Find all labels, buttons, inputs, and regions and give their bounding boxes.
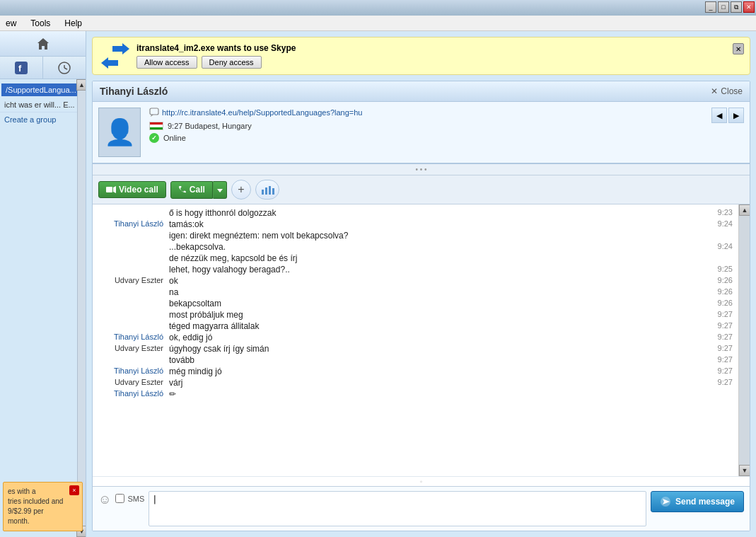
home-button[interactable] — [0, 31, 86, 57]
hungary-flag-icon — [149, 122, 163, 130]
send-message-button[interactable]: Send message — [651, 491, 744, 512]
svg-rect-11 — [262, 190, 264, 195]
message-content: várj — [169, 378, 704, 388]
checkmark-icon: ✓ — [151, 134, 157, 142]
create-group-label: Create a group — [4, 115, 56, 124]
chat-messages[interactable]: ő is hogy itthonról dolgozzak9:23Tihanyi… — [93, 204, 738, 476]
chat-contact-name: Tihanyi László — [100, 86, 168, 97]
sidebar-scrollbar[interactable]: ▲ ▼ — [77, 79, 86, 537]
messages-scroll-track — [739, 216, 750, 465]
messages-scroll-up[interactable]: ▲ — [739, 204, 750, 216]
permission-text: itranslate4_im2.exe wants to use Skype — [136, 43, 296, 53]
message-row: lehet, hogy valahogy beragad?..9:25 — [93, 264, 738, 275]
nav-next-button[interactable]: ▶ — [728, 108, 744, 123]
svg-text:f: f — [18, 63, 22, 74]
emoji-button[interactable]: ☺ — [98, 491, 111, 507]
main-area: itranslate4_im2.exe wants to use Skype A… — [86, 31, 756, 537]
message-row: de nézzük meg, kapcsold be és írj — [93, 253, 738, 264]
message-content: még mindig jó — [169, 366, 704, 376]
contact-link[interactable]: http://rc.itranslate4.eu/help/SupportedL… — [149, 108, 703, 117]
sidebar-contact-label: icht was er will... E... — [4, 100, 75, 109]
sidebar-scroll-area: /SupportedLangua... icht was er will... … — [0, 79, 86, 537]
message-row: ...bekapcsolva.9:24 — [93, 241, 738, 253]
video-call-button[interactable]: Video call — [98, 181, 166, 198]
banner-close-button[interactable]: ✕ — [733, 43, 744, 54]
sms-checkbox[interactable] — [115, 494, 124, 503]
messages-scrollbar[interactable]: ▲ ▼ — [738, 204, 750, 476]
message-time: 9:27 — [704, 310, 733, 318]
divider-dots: • • • — [93, 164, 750, 175]
message-row: na9:26 — [93, 287, 738, 298]
message-row: Tihanyi László✏ — [93, 388, 738, 400]
notification-text: es with a tries included and 9/$2.99 per… — [8, 487, 78, 526]
message-time: 9:26 — [704, 287, 733, 296]
sidebar-content: /SupportedLangua... icht was er will... … — [0, 79, 86, 129]
bar-chart-icon — [260, 184, 274, 195]
permission-buttons: Allow access Deny access — [136, 56, 296, 69]
svg-rect-14 — [272, 188, 274, 195]
sidebar-scroll-up[interactable]: ▲ — [76, 79, 86, 91]
menu-ew[interactable]: ew — [3, 17, 19, 30]
message-content: téged magyarra állitalak — [169, 321, 704, 331]
minimize-button[interactable]: _ — [705, 1, 716, 13]
title-bar-controls[interactable]: _ □ ⧉ ✕ — [705, 1, 755, 13]
svg-marker-6 — [101, 57, 118, 69]
sidebar-contact-item[interactable]: icht was er will... E... — [0, 98, 86, 112]
add-button[interactable]: + — [231, 180, 251, 200]
message-time: 9:26 — [704, 276, 733, 284]
restore-button[interactable]: ⧉ — [731, 1, 742, 13]
sidebar-tab-history[interactable] — [43, 57, 86, 79]
message-time: 9:25 — [704, 265, 733, 273]
nav-prev-button[interactable]: ◀ — [711, 108, 727, 123]
message-time: 9:23 — [704, 208, 733, 216]
message-time: 9:27 — [704, 344, 733, 352]
sms-toggle[interactable]: SMS — [115, 491, 144, 503]
close-button[interactable]: ✕ — [743, 1, 755, 13]
message-row: most próbáljuk meg9:27 — [93, 309, 738, 321]
dropdown-arrow-icon — [217, 187, 223, 193]
action-buttons: Video call Call + — [93, 175, 750, 204]
message-row: bekapcsoltam9:26 — [93, 298, 738, 309]
message-sender: Tihanyi László — [98, 366, 169, 375]
menu-tools[interactable]: Tools — [28, 17, 53, 30]
sidebar-create-group[interactable]: Create a group — [0, 112, 86, 127]
close-chat-label: Close — [721, 86, 743, 96]
online-status-icon: ✓ — [149, 133, 159, 143]
svg-rect-8 — [106, 187, 112, 192]
call-dropdown-button[interactable] — [213, 181, 227, 199]
transfer-icon — [101, 43, 129, 69]
message-sender: Udvary Eszter — [98, 276, 169, 284]
contact-avatar: 👤 — [98, 108, 141, 157]
video-icon — [106, 186, 116, 193]
contact-link-text: http://rc.itranslate4.eu/help/SupportedL… — [162, 108, 362, 117]
message-time: 9:27 — [704, 333, 733, 341]
status-text: Online — [163, 134, 186, 142]
message-time: 9:27 — [704, 378, 733, 386]
plus-icon: + — [238, 183, 244, 196]
sidebar-active-link[interactable]: /SupportedLangua... — [1, 83, 84, 96]
deny-access-button[interactable]: Deny access — [202, 56, 262, 69]
allow-access-button[interactable]: Allow access — [136, 56, 197, 69]
menu-help[interactable]: Help — [62, 17, 85, 30]
messages-scroll-down[interactable]: ▼ — [739, 465, 750, 476]
contact-nav-buttons: ◀ ▶ — [711, 108, 744, 123]
message-time: 9:26 — [704, 299, 733, 307]
notification-close-button[interactable]: × — [69, 485, 79, 495]
contact-status: ✓ Online — [149, 133, 703, 143]
message-sender: Tihanyi László — [98, 333, 169, 341]
send-icon — [660, 496, 671, 507]
message-row: téged magyarra állitalak9:27 — [93, 321, 738, 332]
message-row: ő is hogy itthonról dolgozzak9:23 — [93, 207, 738, 219]
message-sender: Tihanyi László — [98, 219, 169, 228]
message-time: 9:27 — [704, 355, 733, 364]
message-content: tovább — [169, 355, 704, 365]
message-time: 9:27 — [704, 321, 733, 330]
svg-rect-13 — [269, 186, 271, 195]
chart-button[interactable] — [255, 180, 279, 200]
call-button[interactable]: Call — [170, 181, 213, 199]
chat-input[interactable]: | — [149, 491, 646, 526]
sidebar-tab-facebook[interactable]: f — [0, 57, 43, 79]
svg-line-4 — [64, 68, 67, 69]
close-chat-button[interactable]: ✕ Close — [711, 86, 743, 96]
maximize-button[interactable]: □ — [718, 1, 729, 13]
